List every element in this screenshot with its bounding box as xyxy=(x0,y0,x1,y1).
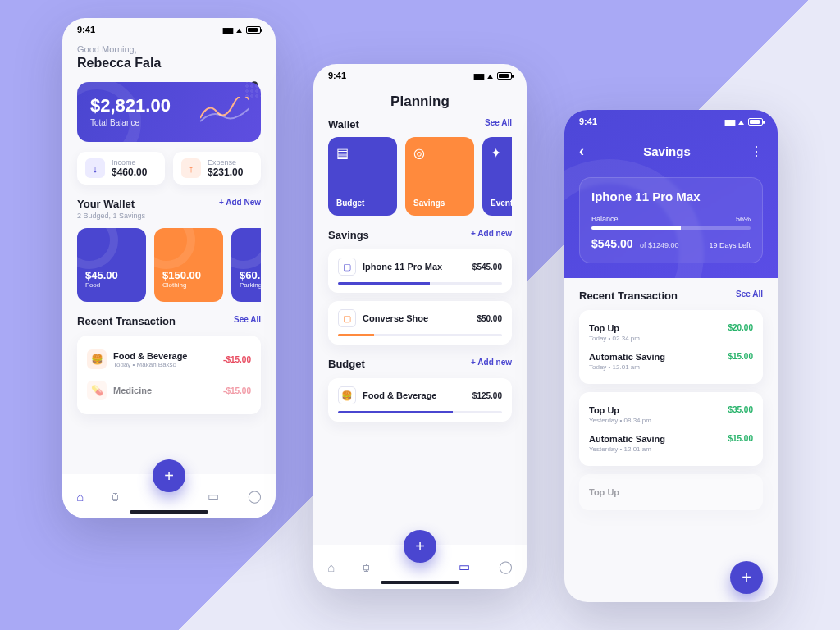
budget-name: Food & Beverage xyxy=(363,390,436,400)
status-time: 9:41 xyxy=(77,25,95,34)
card-tab-icon[interactable]: ▭ xyxy=(208,489,219,504)
expense-card[interactable]: ↑ Expense $231.00 xyxy=(173,152,261,185)
transaction-group: Top Up xyxy=(579,474,763,510)
savings-section-title: Savings xyxy=(328,229,369,241)
transaction-row[interactable]: 💊 Medicine -$15.00 xyxy=(87,375,251,406)
saving-name: Converse Shoe xyxy=(363,313,428,323)
wallet-label: Food xyxy=(85,281,138,289)
tx-sub: Today • 12.01 am xyxy=(589,363,753,371)
stats-tab-icon[interactable]: ⧮ xyxy=(363,560,370,574)
progress-bar xyxy=(591,226,751,230)
greeting: Good Morning, xyxy=(77,44,261,54)
status-bar: 9:41 xyxy=(313,64,527,87)
percent-label: 56% xyxy=(736,215,751,223)
budget-icon: ▤ xyxy=(336,145,349,161)
see-all-link[interactable]: See All xyxy=(234,315,261,324)
tx-sub: Today • Makan Bakso xyxy=(113,361,187,368)
wallet-section-sub: 2 Budged, 1 Savings xyxy=(77,212,145,220)
transaction-card: 🍔 Food & Beverage Today • Makan Bakso -$… xyxy=(77,336,261,414)
food-icon: 🍔 xyxy=(338,386,356,404)
home-tab-icon[interactable]: ⌂ xyxy=(327,560,335,574)
user-name: Rebecca Fala xyxy=(77,56,261,71)
battery-icon xyxy=(748,118,763,126)
wallet-label: Budget xyxy=(336,199,389,208)
sparkline-icon xyxy=(200,97,249,125)
budget-item[interactable]: 🍔 Food & Beverage $125.00 xyxy=(328,378,512,422)
tx-amount: $15.00 xyxy=(728,352,753,361)
tab-bar: ⌂ ⧮ ▭ ◯ + xyxy=(62,474,276,518)
add-new-link[interactable]: + Add new xyxy=(471,358,512,367)
transaction-row[interactable]: Automatic Saving $15.00 Today • 12.01 am xyxy=(589,347,753,376)
profile-tab-icon[interactable]: ◯ xyxy=(499,559,513,574)
wallet-card-savings[interactable]: ◎ Savings xyxy=(405,137,474,216)
add-fab[interactable]: + xyxy=(153,459,185,492)
saving-name: Iphone 11 Pro Max xyxy=(363,262,442,272)
transaction-row[interactable]: Top Up xyxy=(589,482,753,502)
tx-name: Top Up xyxy=(589,323,619,333)
bag-icon: ▢ xyxy=(338,258,356,276)
status-bar: 9:41 xyxy=(579,110,763,133)
page-title: Savings xyxy=(643,144,691,158)
wallet-carousel[interactable]: $45.00 Food $150.00 Clothing $60. Parkin… xyxy=(77,228,261,302)
balance-amount: $545.00 xyxy=(591,237,633,250)
tx-name: Medicine xyxy=(113,386,152,395)
bag-icon: ▢ xyxy=(338,309,356,327)
wallet-card-clothing[interactable]: $150.00 Clothing xyxy=(154,228,223,302)
expense-label: Expense xyxy=(208,158,243,167)
battery-icon xyxy=(497,72,512,80)
saving-item[interactable]: ▢ Converse Shoe $50.00 xyxy=(328,301,512,345)
more-icon[interactable]: ⋮ xyxy=(750,144,763,159)
transaction-group: Top Up $35.00 Yesterday • 08.34 pm Autom… xyxy=(579,392,763,466)
wifi-icon xyxy=(486,71,494,80)
recent-section-title: Recent Transaction xyxy=(77,315,176,327)
profile-tab-icon[interactable]: ◯ xyxy=(248,489,262,504)
wallet-carousel[interactable]: ▤ Budget ◎ Savings ✦ Event xyxy=(328,137,512,216)
wallet-label: Event xyxy=(491,199,512,208)
add-new-link[interactable]: + Add New xyxy=(219,198,261,207)
tx-name: Automatic Saving xyxy=(589,352,665,362)
progress-bar xyxy=(338,334,502,336)
arrow-up-icon: ↑ xyxy=(181,158,201,178)
wallet-amount: $60. xyxy=(240,269,261,281)
income-value: $460.00 xyxy=(112,167,147,178)
wallet-label: Savings xyxy=(413,199,466,208)
wallet-card-parking[interactable]: $60. Parking xyxy=(231,228,261,302)
budget-amount: $125.00 xyxy=(472,391,502,400)
income-card[interactable]: ↓ Income $460.00 xyxy=(77,152,165,185)
phone-home: 9:41 Good Morning, Rebecca Fala $2,821.0… xyxy=(62,18,276,518)
signal-icon xyxy=(222,25,232,34)
transaction-row[interactable]: Automatic Saving $15.00 Yesterday • 12.0… xyxy=(589,429,753,458)
transaction-row[interactable]: 🍔 Food & Beverage Today • Makan Bakso -$… xyxy=(87,344,251,375)
tx-amount: $35.00 xyxy=(728,405,753,414)
saving-item[interactable]: ▢ Iphone 11 Pro Max $545.00 xyxy=(328,249,512,293)
see-all-link[interactable]: See All xyxy=(736,290,763,299)
status-time: 9:41 xyxy=(328,71,346,80)
tx-amount: -$15.00 xyxy=(223,386,251,395)
transaction-row[interactable]: Top Up $35.00 Yesterday • 08.34 pm xyxy=(589,400,753,429)
wallet-label: Clothing xyxy=(162,281,215,289)
income-label: Income xyxy=(112,158,147,167)
add-fab[interactable]: + xyxy=(404,530,436,563)
add-fab[interactable]: + xyxy=(730,561,763,594)
arrow-down-icon: ↓ xyxy=(85,158,105,178)
card-tab-icon[interactable]: ▭ xyxy=(459,559,470,574)
wallet-amount: $150.00 xyxy=(162,269,215,281)
back-icon[interactable]: ‹ xyxy=(579,143,584,160)
wallet-card-food[interactable]: $45.00 Food xyxy=(77,228,146,302)
tx-amount: $20.00 xyxy=(728,323,753,332)
page-title: Planning xyxy=(313,94,527,110)
add-new-link[interactable]: + Add new xyxy=(471,229,512,238)
home-tab-icon[interactable]: ⌂ xyxy=(76,490,84,504)
wallet-card-budget[interactable]: ▤ Budget xyxy=(328,137,397,216)
tx-name: Food & Beverage xyxy=(113,351,187,361)
wallet-amount: $45.00 xyxy=(85,269,138,281)
tx-name: Top Up xyxy=(589,487,619,497)
see-all-link[interactable]: See All xyxy=(485,118,512,127)
days-left: 19 Days Left xyxy=(709,241,751,249)
wallet-card-event[interactable]: ✦ Event xyxy=(482,137,512,216)
transaction-row[interactable]: Top Up $20.00 Today • 02.34 pm xyxy=(589,318,753,347)
status-indicators xyxy=(724,116,763,126)
balance-card[interactable]: $2,821.00 Total Balance xyxy=(77,82,261,142)
transaction-group: Top Up $20.00 Today • 02.34 pm Automatic… xyxy=(579,310,763,384)
stats-tab-icon[interactable]: ⧮ xyxy=(112,490,119,504)
